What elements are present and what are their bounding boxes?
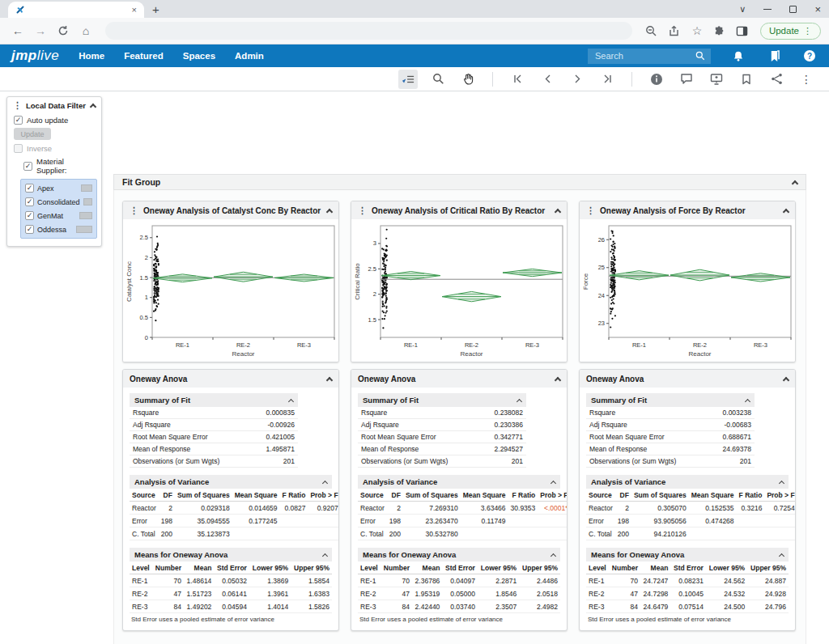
minimize-icon[interactable] — [763, 9, 772, 10]
aov-collapse-chevron-icon[interactable] — [551, 480, 556, 485]
oneway-plot[interactable]: 23242526ForceRE-1RE-2RE-3Reactor — [580, 219, 796, 362]
panel-collapse-chevron-icon[interactable] — [326, 208, 333, 214]
search-icon[interactable] — [695, 51, 705, 61]
panel-menu-dots-icon[interactable]: ⋮ — [130, 206, 138, 215]
zoom-out-page-icon[interactable] — [642, 21, 661, 40]
home-icon[interactable]: ⌂ — [76, 21, 96, 40]
back-icon[interactable]: ← — [8, 21, 28, 40]
panel-menu-dots-icon[interactable]: ⋮ — [358, 206, 367, 215]
summary-of-fit-header[interactable]: Summary of Fit — [586, 393, 755, 407]
more-menu-icon[interactable]: ⋮ — [797, 70, 816, 89]
nav-item-featured[interactable]: Featured — [124, 51, 164, 61]
anova-collapse-chevron-icon[interactable] — [783, 376, 789, 383]
filter-menu-dots-icon[interactable]: ⋮ — [13, 101, 22, 110]
summary-of-fit-header[interactable]: Summary of Fit — [358, 393, 526, 407]
means-header[interactable]: Means for Oneway Anova — [586, 548, 789, 561]
oneway-anova-header[interactable]: Oneway Anova — [351, 370, 567, 388]
share-network-icon[interactable] — [767, 70, 786, 89]
anova-collapse-chevron-icon[interactable] — [326, 376, 333, 383]
means-header[interactable]: Means for Oneway Anova — [130, 548, 332, 561]
bookmarks-icon[interactable] — [766, 48, 782, 64]
nav-item-spaces[interactable]: Spaces — [183, 51, 215, 61]
filter-update-button[interactable]: Update — [14, 128, 51, 140]
zoom-tool-icon[interactable] — [428, 70, 448, 89]
share-icon[interactable] — [665, 21, 684, 40]
oneway-analysis-header[interactable]: ⋮ Oneway Analysis of Force By Reactor — [580, 201, 795, 219]
anova-collapse-chevron-icon[interactable] — [555, 376, 561, 383]
bookmark-outline-icon[interactable] — [737, 70, 756, 89]
summary-of-fit-header[interactable]: Summary of Fit — [130, 393, 298, 407]
panel-menu-dots-icon[interactable]: ⋮ — [586, 206, 595, 215]
new-tab-button[interactable]: + — [152, 3, 159, 15]
panel-collapse-chevron-icon[interactable] — [555, 208, 561, 214]
oneway-analysis-header[interactable]: ⋮ Oneway Analysis of Critical Ratio By R… — [351, 201, 567, 219]
filter-header[interactable]: ⋮ Local Data Filter — [7, 97, 101, 113]
value-checkbox[interactable]: ✓ — [25, 211, 34, 220]
analysis-of-variance-table: SourceDFSum of SquaresMean SquareF Ratio… — [130, 489, 339, 540]
previous-page-icon[interactable] — [538, 70, 557, 89]
means-collapse-chevron-icon[interactable] — [779, 553, 784, 558]
oneway-anova-header[interactable]: Oneway Anova — [580, 370, 795, 388]
summary-collapse-chevron-icon[interactable] — [517, 398, 522, 404]
reload-icon[interactable] — [53, 21, 73, 40]
selection-tool-icon[interactable] — [398, 70, 418, 89]
table-cell: Rsquare — [586, 407, 708, 419]
fit-group-collapse-chevron-icon[interactable] — [792, 180, 798, 186]
grab-hand-icon[interactable] — [458, 70, 478, 89]
analysis-of-variance-header[interactable]: Analysis of Variance — [358, 475, 560, 489]
oneway-plot[interactable]: 1.522.53Critical RatioRE-1RE-2RE-3Reacto… — [351, 219, 568, 362]
next-page-icon[interactable] — [568, 70, 587, 89]
means-header[interactable]: Means for Oneway Anova — [358, 548, 560, 561]
aov-collapse-chevron-icon[interactable] — [779, 480, 784, 485]
nav-item-admin[interactable]: Admin — [235, 51, 264, 61]
restore-icon[interactable] — [789, 6, 797, 13]
nav-item-home[interactable]: Home — [79, 51, 104, 61]
fit-group-header[interactable]: Fit Group — [113, 174, 806, 190]
update-menu-dots-icon[interactable]: ⋮ — [803, 26, 812, 36]
inverse-checkbox[interactable] — [14, 144, 23, 153]
address-bar[interactable] — [105, 22, 632, 40]
side-panel-icon[interactable] — [733, 21, 752, 40]
summary-collapse-chevron-icon[interactable] — [288, 398, 294, 404]
summary-collapse-chevron-icon[interactable] — [745, 398, 750, 404]
bookmark-star-icon[interactable]: ☆ — [687, 21, 707, 40]
jmp-live-logo[interactable]: jmplive — [11, 48, 59, 64]
oneway-anova-header[interactable]: Oneway Anova — [123, 370, 338, 388]
oneway-analysis-header[interactable]: ⋮ Oneway Analysis of Catalyst Conc By Re… — [123, 201, 338, 219]
filter-value-row[interactable]: ✓ GenMat — [25, 211, 92, 220]
material-supplier-checkbox[interactable]: ✓ — [23, 162, 32, 171]
value-checkbox[interactable]: ✓ — [25, 184, 34, 193]
info-icon[interactable] — [647, 70, 666, 89]
aov-collapse-chevron-icon[interactable] — [322, 480, 328, 485]
present-icon[interactable] — [707, 70, 726, 89]
means-collapse-chevron-icon[interactable] — [551, 553, 556, 558]
filter-value-row[interactable]: ✓ Consolidated — [25, 197, 92, 206]
window-close-icon[interactable]: × — [814, 3, 821, 15]
means-collapse-chevron-icon[interactable] — [322, 553, 328, 558]
help-icon[interactable]: ? — [801, 48, 818, 64]
analysis-of-variance-header[interactable]: Analysis of Variance — [130, 475, 332, 489]
first-page-icon[interactable] — [508, 70, 527, 89]
tab-search-chevron-icon[interactable]: ∨ — [739, 4, 746, 15]
notifications-bell-icon[interactable] — [730, 48, 746, 64]
forward-icon[interactable]: → — [31, 21, 50, 40]
analysis-of-variance-header[interactable]: Analysis of Variance — [586, 475, 789, 489]
search-input[interactable] — [593, 50, 691, 61]
filter-value-row[interactable]: ✓ Oddessa — [25, 225, 92, 234]
filter-value-row[interactable]: ✓ Apex — [25, 184, 92, 193]
panel-collapse-chevron-icon[interactable] — [783, 208, 789, 214]
table-row: RE-3841.492020.045941.40141.5826 — [130, 600, 332, 613]
tab-close-icon[interactable]: × — [132, 6, 137, 15]
means-title: Means for Oneway Anova — [134, 550, 323, 559]
filter-collapse-chevron-icon[interactable] — [90, 104, 96, 110]
auto-update-checkbox[interactable]: ✓ — [14, 116, 23, 125]
browser-tab[interactable]: × — [8, 2, 144, 18]
value-checkbox[interactable]: ✓ — [25, 225, 34, 234]
comments-icon[interactable] — [677, 70, 696, 89]
value-checkbox[interactable]: ✓ — [25, 197, 34, 206]
extensions-puzzle-icon[interactable] — [710, 21, 729, 40]
chrome-update-button[interactable]: Update ⋮ — [760, 23, 821, 40]
search-box[interactable] — [588, 49, 711, 64]
oneway-plot[interactable]: 00.511.522.5Catalyst ConcRE-1RE-2RE-3Rea… — [123, 219, 339, 362]
last-page-icon[interactable] — [597, 70, 617, 89]
